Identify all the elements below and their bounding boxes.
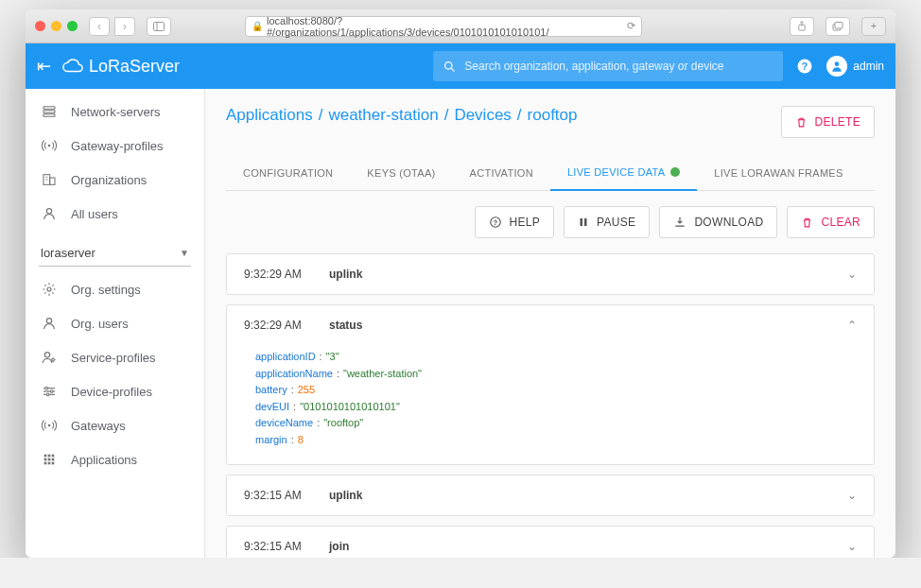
breadcrumb-item[interactable]: weather-station xyxy=(328,106,438,125)
help-button-action[interactable]: ? HELP xyxy=(475,206,555,238)
payload-key: devEUI xyxy=(255,399,289,416)
download-icon xyxy=(673,216,686,229)
event-header[interactable]: 9:32:15 AM uplink ⌄ xyxy=(227,476,874,515)
chevron-up-icon: ⌃ xyxy=(847,319,857,332)
brand-text: LoRaServer xyxy=(89,57,180,77)
svg-rect-4 xyxy=(835,22,843,28)
url-text: localhost:8080/?#/organizations/1/applic… xyxy=(267,15,623,38)
sidebar-item-device-profiles[interactable]: Device-profiles xyxy=(26,374,204,408)
clear-button[interactable]: CLEAR xyxy=(787,206,875,238)
apps-icon xyxy=(41,452,58,467)
sidebar-item-applications[interactable]: Applications xyxy=(26,442,204,476)
event-type: join xyxy=(329,540,349,553)
breadcrumb-item[interactable]: Applications xyxy=(226,106,313,125)
svg-rect-11 xyxy=(43,111,55,113)
pause-icon xyxy=(578,216,589,228)
sidebar-item-gateways[interactable]: Gateways xyxy=(26,408,204,442)
chevron-down-icon: ⌄ xyxy=(847,489,857,502)
chevron-down-icon: ⌄ xyxy=(847,268,857,281)
search-input[interactable] xyxy=(464,60,773,73)
user-menu[interactable]: admin xyxy=(826,56,884,77)
sidebar-item-org-users[interactable]: Org. users xyxy=(26,306,204,340)
back-button[interactable]: ‹ xyxy=(89,17,110,36)
svg-point-21 xyxy=(44,353,49,357)
delete-button[interactable]: DELETE xyxy=(781,106,875,138)
event-panel: 9:32:15 AM uplink ⌄ xyxy=(226,475,875,516)
minimize-window-icon[interactable] xyxy=(51,21,61,31)
sidebar-item-label: Gateway-profiles xyxy=(71,139,164,153)
payload-row: applicationName: "weather-station" xyxy=(255,366,857,383)
tab-configuration[interactable]: CONFIGURATION xyxy=(226,155,350,190)
event-header[interactable]: 9:32:29 AM status ⌃ xyxy=(227,305,874,345)
org-selected-label: loraserver xyxy=(41,246,96,260)
svg-point-28 xyxy=(46,393,49,396)
event-type: uplink xyxy=(329,268,362,281)
tab-activation[interactable]: ACTIVATION xyxy=(453,155,550,190)
sliders-icon xyxy=(41,384,58,399)
app-header: ⇤ LoRaServer ? admin xyxy=(26,43,895,89)
user-icon xyxy=(826,56,847,77)
svg-text:?: ? xyxy=(493,218,497,227)
antenna-icon xyxy=(41,418,58,433)
payload-row: deviceName: "rooftop" xyxy=(255,415,857,432)
svg-point-26 xyxy=(45,387,48,389)
breadcrumb-item[interactable]: rooftop xyxy=(528,106,578,125)
main-content: Applications / weather-station / Devices… xyxy=(205,89,895,558)
breadcrumb: Applications / weather-station / Devices… xyxy=(226,106,578,125)
event-time: 9:32:29 AM xyxy=(244,319,329,332)
sidebar-item-service-profiles[interactable]: Service-profiles xyxy=(26,340,204,374)
servers-icon xyxy=(41,104,58,119)
sidebar-item-organizations[interactable]: Organizations xyxy=(26,163,204,197)
svg-point-5 xyxy=(445,61,453,69)
new-tab-button[interactable]: + xyxy=(861,17,886,36)
forward-button[interactable]: › xyxy=(114,17,135,36)
address-bar[interactable]: 🔒 localhost:8080/?#/organizations/1/appl… xyxy=(245,16,642,37)
sidebar-item-label: All users xyxy=(71,207,118,221)
svg-rect-33 xyxy=(44,458,47,461)
event-header[interactable]: 9:32:15 AM join ⌄ xyxy=(227,527,874,558)
svg-rect-32 xyxy=(52,455,55,458)
pause-button[interactable]: PAUSE xyxy=(564,206,650,238)
payload-value: "weather-station" xyxy=(343,366,422,383)
sidebar-item-label: Org. users xyxy=(71,317,129,331)
sidebar-item-all-users[interactable]: All users xyxy=(26,197,204,231)
cloud-logo-icon xyxy=(62,56,83,77)
help-button[interactable]: ? xyxy=(796,58,813,75)
event-list: 9:32:29 AM uplink ⌄ 9:32:29 AM status ⌃ … xyxy=(226,253,875,558)
close-window-icon[interactable] xyxy=(35,21,45,31)
breadcrumb-item[interactable]: Devices xyxy=(454,106,511,125)
tab-live-lorawan-frames[interactable]: LIVE LORAWAN FRAMES xyxy=(697,155,860,190)
payload-key: applicationID xyxy=(255,349,316,366)
app-body: Network-servers Gateway-profiles Organiz… xyxy=(26,89,895,558)
download-button[interactable]: DOWNLOAD xyxy=(659,206,777,238)
menu-toggle-button[interactable]: ⇤ xyxy=(37,56,51,77)
payload-value: 8 xyxy=(298,432,304,449)
tabs-button[interactable] xyxy=(825,17,850,36)
tab-live-device-data[interactable]: LIVE DEVICE DATA xyxy=(550,155,697,191)
tab-keys-otaa-[interactable]: KEYS (OTAA) xyxy=(350,155,452,190)
payload-key: applicationName xyxy=(255,366,333,383)
brand: LoRaServer xyxy=(62,56,180,77)
maximize-window-icon[interactable] xyxy=(67,21,78,31)
payload-row: margin: 8 xyxy=(255,432,857,449)
sidebar-item-label: Org. settings xyxy=(71,283,141,297)
svg-line-6 xyxy=(452,68,455,71)
svg-rect-36 xyxy=(44,462,47,465)
svg-rect-15 xyxy=(50,178,55,184)
sidebar-item-network-servers[interactable]: Network-servers xyxy=(26,95,204,129)
event-panel: 9:32:29 AM uplink ⌄ xyxy=(226,253,875,295)
sidebar-item-label: Service-profiles xyxy=(71,351,156,365)
sidebar-item-org-settings[interactable]: Org. settings xyxy=(26,272,204,306)
sidebar-item-gateway-profiles[interactable]: Gateway-profiles xyxy=(26,129,204,163)
user-label: admin xyxy=(853,60,884,73)
event-header[interactable]: 9:32:29 AM uplink ⌄ xyxy=(227,254,874,294)
search-box[interactable] xyxy=(433,51,783,81)
gear-icon xyxy=(41,282,58,297)
payload-key: margin xyxy=(255,432,287,449)
show-sidebar-button[interactable] xyxy=(147,17,171,36)
payload-row: devEUI: "0101010101010101" xyxy=(255,399,857,416)
reload-icon[interactable]: ⟳ xyxy=(627,20,635,32)
share-button[interactable] xyxy=(790,17,814,36)
svg-point-13 xyxy=(48,145,51,147)
org-selector[interactable]: loraserver ▼ xyxy=(39,240,191,267)
